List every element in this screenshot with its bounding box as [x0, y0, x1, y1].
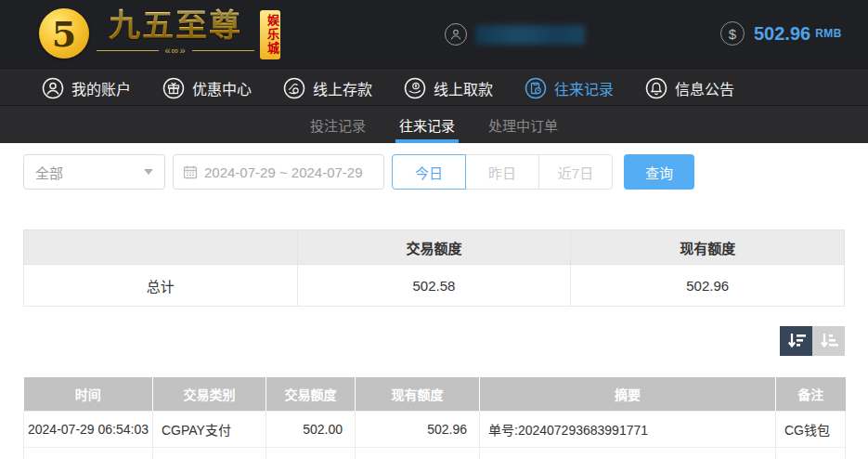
- sub-tabs: 投注记录 往来记录 处理中订单: [0, 105, 868, 143]
- header-time: 时间: [24, 377, 153, 411]
- cell-balance: 502.96: [356, 411, 480, 447]
- summary-header-transaction: 交易额度: [297, 230, 571, 265]
- cell-amount: 502.00: [266, 411, 356, 447]
- category-select[interactable]: 全部: [23, 154, 165, 190]
- withdraw-icon: [404, 77, 426, 99]
- header-type: 交易类别: [153, 377, 266, 411]
- cell-summary: 单号:202407293683991771: [480, 411, 776, 447]
- content-area: 全部 2024-07-29 ~ 2024-07-29 今日 昨日 近7日 查询 …: [0, 143, 868, 458]
- top-header: 5 九五至尊 «∞» 娱乐城 $ 502.96 RMB: [0, 0, 868, 70]
- summary-balance-value: 502.96: [571, 265, 845, 307]
- quick-btn-last7days[interactable]: 近7日: [538, 154, 613, 190]
- quick-btn-yesterday[interactable]: 昨日: [465, 154, 539, 190]
- logo-mark-icon: 5: [39, 8, 89, 59]
- nav-label: 优惠中心: [192, 77, 252, 99]
- chevron-down-icon: [144, 169, 153, 175]
- records-table: 时间 交易类别 交易额度 现有额度 摘要 备注 2024-07-29 06:54…: [23, 377, 846, 459]
- sort-descending-button[interactable]: [780, 326, 812, 356]
- records-header-row: 时间 交易类别 交易额度 现有额度 摘要 备注: [24, 377, 846, 411]
- summary-total-row: 总计 502.58 502.96: [24, 265, 845, 307]
- nav-item-my-account[interactable]: 我的账户: [42, 77, 131, 99]
- site-logo[interactable]: 5 九五至尊 «∞» 娱乐城: [39, 8, 280, 59]
- nav-item-withdraw[interactable]: 线上取款: [404, 77, 493, 99]
- summary-header-row: 交易额度 现有额度: [24, 230, 845, 265]
- records-icon: [525, 77, 547, 99]
- search-button[interactable]: 查询: [624, 154, 694, 190]
- nav-label: 线上存款: [313, 77, 372, 99]
- sort-buttons: [780, 326, 845, 356]
- calendar-icon: [183, 164, 198, 179]
- summary-table: 交易额度 现有额度 总计 502.58 502.96: [23, 230, 845, 307]
- table-row: 2024-07-29 06:54:03 CGPAY支付 502.00 502.9…: [24, 411, 846, 447]
- tab-label: 往来记录: [399, 115, 455, 135]
- quick-btn-today[interactable]: 今日: [392, 154, 466, 190]
- nav-label: 往来记录: [554, 77, 614, 99]
- user-icon: [42, 77, 64, 99]
- tab-transaction-records[interactable]: 往来记录: [399, 106, 455, 143]
- nav-label: 我的账户: [71, 77, 131, 99]
- username-redacted: [475, 25, 585, 45]
- summary-header-balance: 现有额度: [571, 230, 845, 265]
- header-note: 备注: [776, 377, 846, 411]
- nav-label: 线上取款: [434, 77, 493, 99]
- deposit-icon: [283, 77, 305, 99]
- gift-icon: [162, 77, 185, 99]
- cell-time: 2024-07-29 06:54:03: [24, 411, 153, 447]
- summary-transaction-value: 502.58: [297, 265, 571, 307]
- summary-header-empty: [24, 230, 298, 265]
- logo-flourish-ornament: «∞»: [97, 45, 254, 56]
- user-avatar-icon: [445, 23, 467, 46]
- date-range-value: 2024-07-29 ~ 2024-07-29: [204, 164, 363, 180]
- quick-date-group: 今日 昨日 近7日: [392, 154, 613, 190]
- cell-note: CG钱包: [776, 411, 846, 447]
- category-select-value: 全部: [35, 163, 63, 182]
- filter-row: 全部 2024-07-29 ~ 2024-07-29 今日 昨日 近7日 查询: [23, 154, 694, 190]
- nav-label: 信息公告: [675, 77, 734, 99]
- tab-pending-orders[interactable]: 处理中订单: [488, 106, 558, 143]
- sort-ascending-icon: [819, 332, 839, 350]
- header-balance: 现有额度: [356, 377, 480, 411]
- sort-descending-icon: [786, 332, 807, 350]
- balance-display[interactable]: $ 502.96 RMB: [720, 21, 842, 46]
- nav-item-deposit[interactable]: 线上存款: [283, 77, 372, 99]
- tab-bet-records[interactable]: 投注记录: [310, 106, 366, 143]
- date-range-input[interactable]: 2024-07-29 ~ 2024-07-29: [173, 154, 384, 190]
- logo-badge: 娱乐城: [260, 10, 280, 59]
- dollar-icon: $: [720, 21, 745, 46]
- nav-item-announcements[interactable]: 信息公告: [645, 77, 734, 99]
- cell-type: CGPAY支付: [153, 411, 266, 447]
- header-summary: 摘要: [480, 377, 776, 411]
- tab-label: 处理中订单: [488, 115, 558, 135]
- balance-amount: 502.96: [754, 23, 810, 45]
- table-row-partial: [24, 447, 846, 459]
- nav-item-promotions[interactable]: 优惠中心: [162, 77, 252, 99]
- logo-title: 九五至尊: [109, 8, 242, 43]
- balance-currency: RMB: [815, 27, 842, 40]
- nav-item-transaction-records[interactable]: 往来记录: [525, 77, 614, 99]
- summary-total-label: 总计: [24, 265, 298, 307]
- sort-ascending-button[interactable]: [812, 326, 845, 356]
- main-nav: 我的账户 优惠中心 线上存款 线上取款: [0, 70, 868, 105]
- header-amount: 交易额度: [266, 377, 356, 411]
- user-account-area[interactable]: [445, 23, 585, 46]
- tab-label: 投注记录: [310, 115, 366, 135]
- bell-icon: [645, 77, 667, 99]
